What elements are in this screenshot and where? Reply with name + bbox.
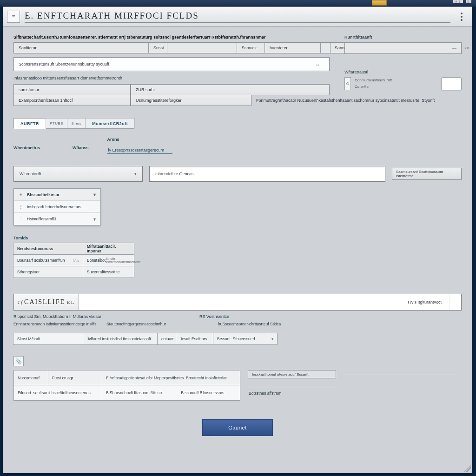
- hamburger-icon: ≡: [12, 13, 15, 20]
- caslife-bar: 1f CAISLLIFE EL TW's Itgiturantvoct: [13, 294, 462, 311]
- description-input[interactable]: Isbreudcftke Oencas: [149, 166, 385, 182]
- tree-node-2-label: Insbgsorft brtnerhcftsurerætars: [27, 205, 81, 209]
- side-browse-label: Sasmsurcanf Scoftctcossoar Istenretme: [396, 170, 453, 178]
- bar-end-icon[interactable]: ▾: [268, 333, 278, 345]
- rowC-c3: Fonmuttragrafthacatir Nucusuerthkestafst…: [251, 95, 450, 106]
- right-option-box: Conmursenstrermurnft Co orffic: [344, 77, 462, 90]
- bar-5[interactable]: Brssunt: Sthuerssuerf: [213, 333, 268, 345]
- bl-r2b2: B scurunff.Rforsnetssnrs: [181, 390, 224, 395]
- app-top-strip: MIII E: [0, 0, 476, 7]
- bar-row: Skost M/tiraft Jvffored Instuttstlisd It…: [13, 333, 278, 345]
- rowC-c1[interactable]: Exampocrthenfctesan 1nftocf: [13, 95, 131, 106]
- category-select[interactable]: Wibrentortft ▾: [13, 166, 143, 182]
- form-row: Whentmettus Wüanss Arons: [13, 137, 462, 154]
- tree-node-2[interactable]: ⋮ Insbgsorft brtnerhcftsurerætars: [14, 201, 100, 213]
- tomids-r1c-text: Bonetsibot: [87, 258, 106, 263]
- caslife-logo: 1f CAISLLIFE EL: [14, 294, 79, 310]
- bl-r2a[interactable]: Eilnuort. sonftsur it.bscefttriftheuserc…: [14, 385, 102, 400]
- col-2[interactable]: Susst: [149, 43, 167, 53]
- meta-1-right: RE Vosthsentce: [199, 314, 462, 319]
- tomids-grid: Nendstesftocuruss Mifrataanittacir. Inpo…: [13, 243, 134, 278]
- caslife-end: [449, 294, 461, 310]
- data-chip[interactable]: [441, 77, 462, 90]
- tree-node-3[interactable]: ⋮ Hstmefikssarnfl3 ▾: [14, 213, 100, 225]
- submit-button[interactable]: Gauriet: [202, 419, 273, 436]
- bottom-right-rule: [345, 374, 457, 374]
- bottom-mid-box: Insckasthornuf utesretacuf Susarft Botss…: [248, 370, 336, 396]
- bottom-mid-head[interactable]: Insckasthornuf utesretacuf Susarft: [248, 370, 336, 378]
- col-6[interactable]: or: [460, 43, 474, 53]
- caslife-post: EL: [67, 299, 75, 305]
- tomids-h1[interactable]: Nendstesftocuruss: [13, 243, 83, 255]
- right-col-select[interactable]: —: [344, 43, 462, 54]
- bl-r2b1: B Sbarsndbucft fftasurm: [106, 390, 148, 395]
- caslife-right-label: TW's Itgiturantvoct: [79, 294, 449, 310]
- rowB-c2[interactable]: ZUR sorht: [131, 84, 330, 95]
- bottom-mid-line: Botssthes affstrum: [248, 387, 336, 396]
- search-input[interactable]: Sconsrenssttensuft Sbentzenur.nsbuertty …: [13, 57, 330, 71]
- tomids-r2a[interactable]: Sthenrgsioer: [13, 266, 83, 278]
- tab-2[interactable]: PTUBE: [46, 118, 67, 128]
- meta-row-2: Ennnacrensranon Istimiurrassttienncstge …: [13, 322, 462, 326]
- bar-2[interactable]: Jvffored Instuttstlisd Itrssorctetacooft: [83, 333, 158, 345]
- caslife-right-text: TW's Itgiturantvoct: [407, 300, 442, 304]
- right-options-text: Conmursenstrermurnft Co orffic: [355, 77, 392, 90]
- tomids-r1a[interactable]: Bounsarf scsbutssmemftun Itftfs: [13, 254, 83, 266]
- bl-h1[interactable]: Nurcomnrurf: [14, 370, 48, 385]
- select-row: Wibrentortft ▾ Isbreudcftke Oencas Sasms…: [13, 166, 462, 182]
- rowB: sumsforsar ZUR sorht: [13, 84, 330, 95]
- rowB-c1[interactable]: sumsforsar: [13, 84, 131, 95]
- tree-node-3-label: Hstmefikssarnfl3: [27, 217, 56, 221]
- bar-3[interactable]: ontuam: [157, 333, 176, 345]
- col-3[interactable]: Ssmuck.: [237, 43, 265, 53]
- radio-toggle[interactable]: [344, 77, 351, 90]
- field-1-label: Whentmettus: [13, 145, 40, 150]
- bottom-left-table: Nurcomnrurf Furst crusgr E Arftteadigpct…: [13, 370, 240, 401]
- resize-grip-icon[interactable]: [464, 465, 471, 472]
- hint-text: Infasranasticoo tnittenssensftsasarr dsr…: [13, 76, 330, 80]
- chevron-down-icon: ▾: [93, 217, 96, 222]
- search-row: Sconsrenssttensuft Sbentzenur.nsbuertty …: [13, 57, 330, 71]
- meta-2a: Ennnacrensranon Istimiurrassttienncstge …: [13, 322, 106, 326]
- top-a: MIII: [453, 0, 463, 3]
- tomids-h2[interactable]: Mifrataanittacir. Inponer: [83, 243, 134, 255]
- bottom-left-head: Nurcomnrurf Furst crusgr E Arftteadigpct…: [14, 370, 240, 385]
- description-value: Isbreudcftke Oencas: [155, 172, 194, 176]
- right-column: Hunrthittaanft — Wftaretraustl Conmursen…: [344, 35, 462, 90]
- tomids-r2b[interactable]: Sueenrafitessottite: [83, 266, 134, 278]
- gold-tab-icon: [372, 0, 387, 6]
- col-1[interactable]: Sanfitcrun: [14, 43, 149, 53]
- kebab-menu-button[interactable]: [455, 10, 468, 23]
- side-browse-button[interactable]: Sasmsurcanf Scoftctcossoar Istenretme …: [392, 168, 462, 180]
- title-underline: [25, 22, 450, 23]
- tomids-r1c[interactable]: Bonetsibot Sthottr-tomremanoftcsthbetton…: [83, 254, 134, 266]
- window-title: E. ENFTCHARATH MIRFFOCI FCLDS: [25, 11, 450, 21]
- chevron-down-icon: ▾: [93, 192, 96, 197]
- meta-2c: huSscoomsorner-chrttasrteuf Stkica: [218, 322, 462, 326]
- tab-3[interactable]: 1thus: [67, 118, 86, 128]
- rowC-c2[interactable]: Usnumgresstitereforgker: [131, 95, 251, 106]
- field-3-input[interactable]: [107, 147, 172, 154]
- field-3-label: Arons: [107, 137, 172, 142]
- bl-r2b[interactable]: B Sbarsndbucft fftasurm Bttearr B scurun…: [102, 385, 240, 400]
- bl-h2[interactable]: Furst crusgr: [48, 370, 102, 385]
- attachment-icon[interactable]: 📎: [13, 356, 24, 366]
- bar-4[interactable]: Jesuft Esofttars: [176, 333, 213, 345]
- tab-4[interactable]: MumserffCR2oft: [85, 118, 135, 128]
- bar-1[interactable]: Skost M/tiraft: [13, 333, 83, 345]
- ellipsis-icon: …: [453, 172, 457, 176]
- tree-node-1[interactable]: ＋ Bhssocftiefkirsur ▾: [14, 189, 100, 201]
- meta-1-left: Riopcmcst Sm, Moockttaborn Ir Mtfloras v…: [13, 314, 199, 319]
- category-select-value: Wibrentortft: [20, 172, 41, 176]
- bullet-icon: ⋮: [19, 204, 23, 209]
- dash-icon: —: [452, 46, 456, 51]
- menu-icon[interactable]: ≡: [7, 11, 20, 23]
- caslife-pre: 1f: [17, 299, 23, 305]
- tree-panel: ＋ Bhssocftiefkirsur ▾ ⋮ Insbgsorft brtne…: [13, 188, 101, 225]
- col-4[interactable]: huentorer: [265, 43, 321, 53]
- opt1: Conmursenstrermurnft: [355, 77, 392, 84]
- bl-h3[interactable]: E Arftteadigpctichtesat cibr Mepexpestif…: [102, 370, 240, 385]
- top-right-labels: MIII E: [453, 0, 471, 3]
- title-bar: ≡ E. ENFTCHARATH MIRFFOCI FCLDS: [3, 7, 472, 26]
- tab-1[interactable]: AURFTR: [13, 118, 46, 129]
